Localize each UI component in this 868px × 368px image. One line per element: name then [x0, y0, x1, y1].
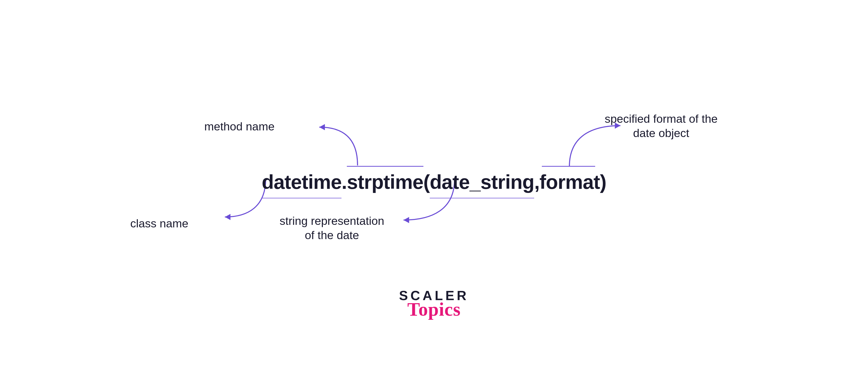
code-token-method: strptime	[347, 171, 424, 194]
svg-marker-3	[403, 217, 409, 223]
code-token-class: datetime	[262, 171, 342, 194]
code-token-arg1-text: date_string	[430, 171, 534, 193]
code-token-close: )	[600, 171, 606, 194]
code-token-open: (	[424, 171, 430, 194]
code-token-class-text: datetime	[262, 171, 342, 193]
underline-arg1	[430, 198, 534, 198]
svg-marker-2	[225, 214, 230, 220]
code-token-arg1: date_string	[430, 171, 534, 194]
label-method-name: method name	[205, 119, 275, 134]
svg-marker-0	[319, 124, 325, 130]
code-token-arg2: format	[539, 171, 600, 194]
label-date-string: string representation of the date	[276, 214, 388, 243]
underline-class	[262, 198, 342, 198]
code-token-method-text: strptime	[347, 171, 424, 193]
arrow-method-icon	[312, 122, 368, 165]
code-expression: datetime . strptime ( date_string , form…	[262, 171, 607, 194]
overline-method	[347, 166, 424, 167]
overline-arg2	[542, 166, 595, 167]
arrow-format-icon	[559, 118, 625, 166]
code-token-comma: ,	[534, 171, 539, 194]
logo-line2: Topics	[399, 299, 469, 320]
label-class-name: class name	[130, 216, 189, 231]
diagram-stage: method name specified format of the date…	[141, 171, 727, 194]
code-token-arg2-text: format	[539, 171, 600, 193]
code-token-dot: .	[341, 171, 347, 194]
logo: SCALER Topics	[399, 288, 469, 320]
svg-marker-1	[615, 122, 620, 129]
